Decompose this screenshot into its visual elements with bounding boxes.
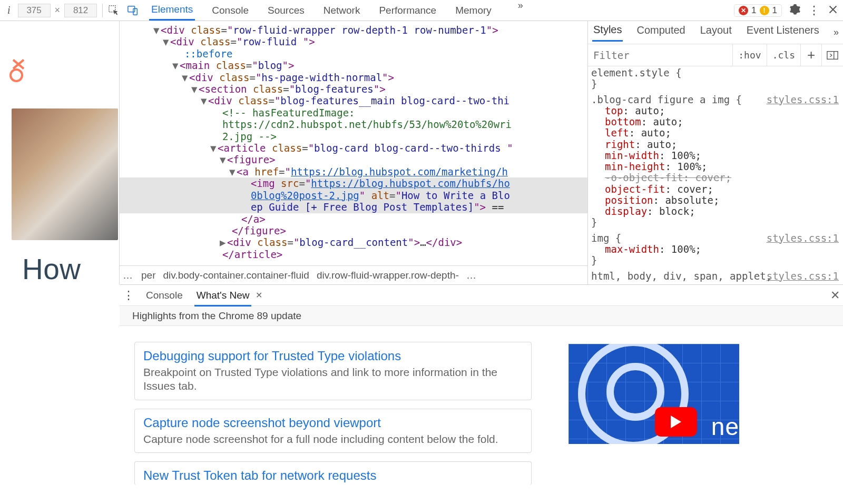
tab-memory[interactable]: Memory — [453, 0, 494, 21]
article-image — [12, 108, 118, 240]
news-card-body: Capture node screenshot for a full node … — [143, 432, 523, 446]
dom-node[interactable]: ▼<div class="hs-page-width-normal"> — [120, 72, 587, 83]
devtools-toolbar: i 375 × 812 Elements Console Sources Net… — [0, 0, 843, 21]
dimension-separator: × — [55, 5, 61, 16]
dom-tree[interactable]: ▼<div class="row-fluid-wrapper row-depth… — [120, 21, 587, 265]
crumb-ellipsis[interactable]: … — [123, 270, 134, 281]
tab-sources[interactable]: Sources — [266, 0, 307, 21]
styles-panel: Styles Computed Layout Event Listeners »… — [588, 21, 843, 284]
css-rules[interactable]: element.style { } styles.css:1.blog-card… — [588, 66, 843, 282]
work-area: How to W Post: A St Guide [+ Post Temp M… — [0, 21, 843, 284]
cls-toggle[interactable]: .cls — [767, 44, 801, 66]
dom-node-close[interactable]: </article> — [120, 249, 587, 260]
tab-network[interactable]: Network — [321, 0, 362, 21]
device-toggle-icon[interactable] — [125, 3, 141, 18]
issue-counter[interactable]: ✕ 1 ! 1 — [734, 4, 782, 17]
dom-pseudo[interactable]: ::before — [120, 48, 587, 60]
crumb-item[interactable]: div.row-fluid-wrapper.row-depth- — [317, 270, 459, 281]
more-menu-icon[interactable]: ⋮ — [808, 4, 820, 17]
drawer-header: ⋮ Console What's New ✕ ✕ — [120, 285, 843, 306]
tabs-overflow-icon[interactable]: » — [518, 0, 523, 21]
crumb-item[interactable]: per — [141, 270, 155, 281]
dom-node[interactable]: ▼<section class="blog-features"> — [120, 83, 587, 95]
width-input[interactable]: 375 — [18, 4, 51, 17]
tab-computed[interactable]: Computed — [635, 24, 686, 41]
dom-node[interactable]: ▼<div class="row-fluid "> — [120, 36, 587, 47]
error-icon: ✕ — [739, 6, 748, 15]
news-card-title: Debugging support for Trusted Type viola… — [143, 349, 523, 363]
dom-node[interactable]: ▼<main class="blog"> — [120, 60, 587, 71]
source-link[interactable]: styles.css:1 — [767, 233, 839, 244]
news-card-title: New Trust Token tab for network requests — [143, 468, 523, 483]
news-column: Debugging support for Trusted Type viola… — [134, 342, 532, 485]
dom-node[interactable]: ▼<div class="blog-features__main blog-ca… — [120, 95, 587, 106]
svg-rect-3 — [827, 51, 838, 59]
crumb-ellipsis[interactable]: … — [466, 270, 477, 281]
news-card[interactable]: New Trust Token tab for network requests — [134, 461, 532, 485]
news-card-body: Breakpoint on Trusted Type violations an… — [143, 365, 523, 393]
source-link[interactable]: styles.css:1 — [767, 94, 839, 105]
dom-node-selected[interactable]: ep Guide [+ Free Blog Post Templates]"> … — [120, 201, 587, 213]
crumb-item[interactable]: div.body-container.container-fluid — [163, 270, 309, 281]
svg-rect-1 — [128, 6, 135, 12]
drawer-tab-whatsnew[interactable]: What's New — [194, 290, 252, 301]
dom-comment[interactable]: 2.jpg --> — [120, 131, 587, 142]
console-drawer: ⋮ Console What's New ✕ ✕ Highlights from… — [120, 284, 843, 485]
dom-comment[interactable]: https://cdn2.hubspot.net/hubfs/53/how%20… — [120, 118, 587, 130]
whatsnew-body: Debugging support for Trusted Type viola… — [120, 326, 843, 485]
tab-console[interactable]: Console — [210, 0, 251, 21]
close-drawer-icon[interactable]: ✕ — [830, 289, 840, 302]
whatsnew-video-thumbnail[interactable]: ne — [568, 344, 739, 444]
drawer-tab-console[interactable]: Console — [144, 290, 185, 301]
styles-filter-row: :hov .cls + — [588, 44, 843, 66]
hov-toggle[interactable]: :hov — [733, 44, 767, 66]
close-devtools-icon[interactable] — [827, 4, 839, 17]
breadcrumb[interactable]: … per div.body-container.container-fluid… — [120, 265, 587, 284]
news-card-title: Capture node screenshot beyond viewport — [143, 416, 523, 430]
styles-tabs: Styles Computed Layout Event Listeners » — [588, 21, 843, 44]
drawer-menu-icon[interactable]: ⋮ — [123, 289, 134, 302]
dom-node[interactable]: ▼<div class="row-fluid-wrapper row-depth… — [120, 24, 587, 36]
main-tabs: Elements Console Sources Network Perform… — [149, 0, 523, 21]
dom-node[interactable]: ▶<div class="blog-card__content">…</div> — [120, 236, 587, 248]
news-card[interactable]: Debugging support for Trusted Type viola… — [134, 342, 532, 400]
rendered-page-preview: How to W Post: A St Guide [+ Post Temp M… — [0, 21, 120, 284]
play-icon — [655, 407, 697, 437]
article-title: How to W Post: A St Guide [+ Post Temp — [22, 255, 107, 284]
dom-node-selected[interactable]: <img src="https://blog.hubspot.com/hubfs… — [120, 177, 587, 189]
close-tab-icon[interactable]: ✕ — [256, 290, 262, 300]
dom-node[interactable]: ▼<figure> — [120, 154, 587, 165]
elements-panel: ▼<div class="row-fluid-wrapper row-depth… — [120, 21, 588, 284]
dom-node[interactable]: ▼<article class="blog-card blog-card--tw… — [120, 142, 587, 154]
styles-overflow-icon[interactable]: » — [834, 27, 839, 38]
dom-comment[interactable]: <!-- hasFeaturedImage: — [120, 107, 587, 118]
inspect-element-icon[interactable] — [106, 3, 122, 18]
styles-filter-input[interactable] — [588, 44, 733, 66]
toolbar-right: ✕ 1 ! 1 ⋮ — [734, 4, 839, 17]
warning-count: 1 — [772, 5, 777, 16]
toggle-sidebar-icon[interactable] — [822, 44, 843, 66]
info-icon[interactable]: i — [4, 4, 14, 16]
tab-event-listeners[interactable]: Event Listeners — [746, 24, 820, 41]
tab-styles[interactable]: Styles — [592, 24, 623, 42]
warning-icon: ! — [760, 6, 769, 15]
video-text-fragment: ne — [711, 412, 739, 441]
hubspot-logo-icon — [9, 68, 119, 82]
dom-node[interactable]: ▼<a href="https://blog.hubspot.com/marke… — [120, 166, 587, 177]
tab-elements[interactable]: Elements — [149, 0, 195, 21]
height-input[interactable]: 812 — [64, 4, 97, 17]
tab-performance[interactable]: Performance — [377, 0, 438, 21]
dom-node-close[interactable]: </a> — [120, 213, 587, 225]
dom-node-selected[interactable]: 0blog%20post-2.jpg" alt="How to Write a … — [120, 190, 587, 201]
settings-icon[interactable] — [789, 4, 801, 17]
news-card[interactable]: Capture node screenshot beyond viewport … — [134, 409, 532, 453]
responsive-dimensions: i 375 × 812 — [4, 4, 103, 17]
error-count: 1 — [751, 5, 756, 16]
new-style-rule-icon[interactable]: + — [801, 44, 822, 66]
whatsnew-heading: Highlights from the Chrome 89 update — [120, 306, 843, 326]
tab-layout[interactable]: Layout — [699, 24, 733, 41]
dom-node-close[interactable]: </figure> — [120, 225, 587, 236]
